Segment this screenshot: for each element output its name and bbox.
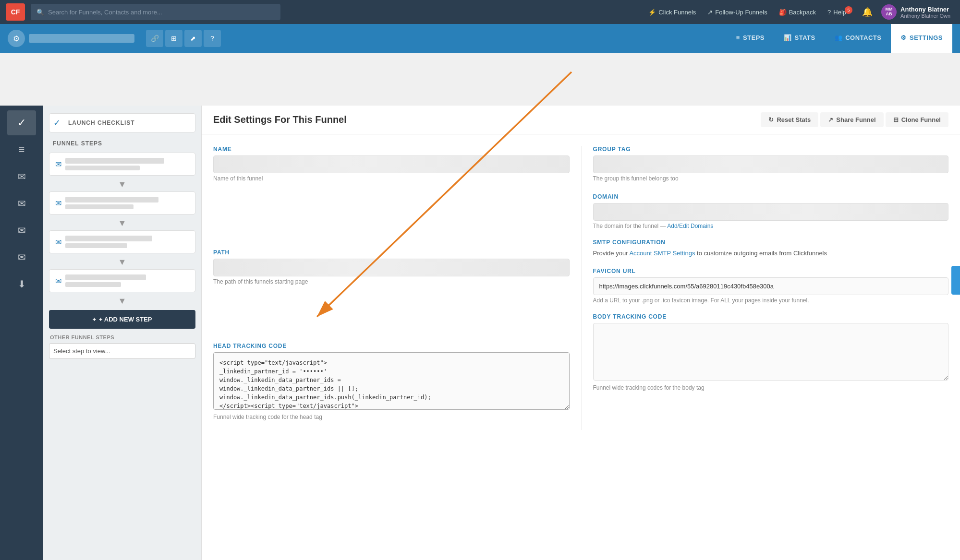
- checklist-icon: ✓: [17, 117, 26, 129]
- group-tag-label: GROUP TAG: [593, 146, 949, 153]
- top-navigation: CF 🔍 Search for Funnels, Contacts and mo…: [0, 0, 960, 24]
- path-hint: The path of this funnels starting page: [213, 278, 570, 285]
- step-arrow-1: ▼: [49, 179, 195, 190]
- search-bar[interactable]: 🔍 Search for Funnels, Contacts and more.…: [31, 4, 280, 20]
- clone-funnel-button[interactable]: ⊟ Clone Funnel: [886, 112, 948, 127]
- other-steps-label: OTHER FUNNEL STEPS: [49, 334, 195, 340]
- user-menu[interactable]: MMAB Anthony Blatner Anthony Blatner Own: [877, 2, 954, 22]
- path-label: PATH: [213, 249, 570, 256]
- step-item-1[interactable]: ✉: [49, 153, 195, 176]
- question-icon: ?: [210, 35, 214, 42]
- main-layout: ✓ ≡ ✉ ✉ ✉ ✉ ⬇ ✓ LAUNCH CHECKLIST FUNNEL …: [0, 106, 960, 560]
- page-title: Edit Settings For This Funnel: [213, 114, 761, 125]
- funnel-steps-title: FUNNEL STEPS: [49, 140, 195, 147]
- sidebar-item-launch-checklist[interactable]: ✓: [7, 110, 36, 135]
- smtp-label: SMTP CONFIGURATION: [593, 239, 949, 246]
- email-icon-2: ✉: [18, 198, 26, 209]
- sidebar-item-funnel-steps[interactable]: ≡: [7, 137, 36, 162]
- launch-checklist-label: LAUNCH CHECKLIST: [64, 119, 135, 126]
- clone-icon: ⊟: [893, 116, 899, 123]
- link-icon: 🔗: [151, 35, 159, 42]
- favicon-label: FAVICON URL: [593, 268, 949, 274]
- form-left-column: NAME Name of this funnel PATH The path o…: [213, 146, 581, 430]
- notification-bell[interactable]: 🔔: [859, 4, 875, 20]
- head-tracking-label: HEAD TRACKING CODE: [213, 343, 570, 349]
- sidebar: ✓ ≡ ✉ ✉ ✉ ✉ ⬇: [0, 106, 43, 560]
- user-info: Anthony Blatner Anthony Blatner Own: [900, 6, 950, 19]
- smtp-group: SMTP CONFIGURATION Provide your Account …: [593, 239, 949, 258]
- step-item-2[interactable]: ✉: [49, 191, 195, 214]
- body-tracking-label: BODY TRACKING CODE: [593, 313, 949, 320]
- step-email-icon-2: ✉: [55, 199, 61, 208]
- sidebar-item-download[interactable]: ⬇: [7, 272, 36, 297]
- smtp-description: Provide your Account SMTP Settings to cu…: [593, 249, 949, 258]
- name-field-group: NAME Name of this funnel: [213, 146, 570, 182]
- add-new-step-button[interactable]: + + ADD NEW STEP: [49, 310, 195, 329]
- open-tool-button[interactable]: ⬈: [184, 30, 202, 47]
- sidebar-item-email-4[interactable]: ✉: [7, 245, 36, 270]
- group-tag-input[interactable]: [593, 155, 949, 173]
- smtp-settings-link[interactable]: Account SMTP Settings: [629, 250, 695, 257]
- body-tracking-hint: Funnel wide tracking codes for the body …: [593, 384, 949, 391]
- step-email-icon-4: ✉: [55, 276, 61, 286]
- path-field-group: PATH The path of this funnels starting p…: [213, 249, 570, 285]
- help-badge: 5: [845, 6, 852, 14]
- logo[interactable]: CF: [6, 3, 25, 21]
- click-funnels-icon: ⚡: [648, 9, 656, 16]
- head-tracking-hint: Funnel wide tracking code for the head t…: [213, 414, 570, 420]
- group-tag-hint: The group this funnel belongs too: [593, 175, 949, 182]
- sidebar-item-email-1[interactable]: ✉: [7, 164, 36, 189]
- help-tool-button[interactable]: ?: [204, 30, 221, 47]
- tab-settings[interactable]: ⚙ SETTINGS: [891, 24, 952, 53]
- sidebar-item-email-2[interactable]: ✉: [7, 191, 36, 216]
- favicon-group: FAVICON URL Add a URL to your .png or .i…: [593, 268, 949, 304]
- plus-icon: +: [93, 316, 97, 323]
- open-icon: ⬈: [190, 35, 196, 42]
- step-email-icon-1: ✉: [55, 160, 61, 169]
- domain-group: DOMAIN domain value here The domain for …: [593, 193, 949, 229]
- copy-tool-button[interactable]: ⊞: [165, 30, 182, 47]
- link-tool-button[interactable]: 🔗: [146, 30, 163, 47]
- right-edge-tab[interactable]: [951, 266, 960, 295]
- funnel-header-bar: ⚙ 🔗 ⊞ ⬈ ? ≡ STEPS 📊 STATS 👥 CONTACTS ⚙: [0, 24, 960, 53]
- gear-icon: ⚙: [13, 34, 20, 43]
- step-arrow-4: ▼: [49, 296, 195, 306]
- steps-list-icon: ≡: [19, 143, 25, 156]
- reset-stats-button[interactable]: ↻ Reset Stats: [761, 112, 818, 127]
- sidebar-item-email-3[interactable]: ✉: [7, 218, 36, 243]
- name-hint: Name of this funnel: [213, 175, 570, 182]
- add-edit-domains-link[interactable]: Add/Edit Domains: [667, 223, 713, 229]
- contacts-icon: 👥: [835, 34, 843, 41]
- steps-icon: ≡: [736, 34, 740, 41]
- domain-select[interactable]: domain value here: [593, 203, 949, 221]
- form-right-column: GROUP TAG The group this funnel belongs …: [581, 146, 949, 430]
- head-tracking-textarea[interactable]: <script type="text/javascript"> _linkedi…: [213, 352, 570, 410]
- name-input[interactable]: [213, 155, 570, 173]
- step-arrow-2: ▼: [49, 218, 195, 228]
- favicon-input[interactable]: [593, 277, 949, 295]
- funnel-name-display: [29, 34, 134, 43]
- path-input[interactable]: [213, 259, 570, 276]
- group-tag-group: GROUP TAG The group this funnel belongs …: [593, 146, 949, 182]
- content-header: Edit Settings For This Funnel ↻ Reset St…: [202, 106, 960, 134]
- funnel-navigation: ≡ STEPS 📊 STATS 👥 CONTACTS ⚙ SETTINGS: [727, 24, 952, 53]
- download-icon: ⬇: [18, 278, 26, 290]
- step-item-3[interactable]: ✉: [49, 230, 195, 253]
- name-label: NAME: [213, 146, 570, 153]
- nav-click-funnels[interactable]: ⚡ Click Funnels: [644, 6, 701, 19]
- email-icon-4: ✉: [18, 251, 26, 263]
- tab-steps[interactable]: ≡ STEPS: [727, 24, 774, 53]
- email-icon-1: ✉: [18, 171, 26, 182]
- nav-links: ⚡ Click Funnels ↗ Follow-Up Funnels 🎒 Ba…: [644, 2, 954, 22]
- backpack-icon: 🎒: [779, 9, 787, 16]
- step-item-4[interactable]: ✉: [49, 269, 195, 292]
- nav-follow-up-funnels[interactable]: ↗ Follow-Up Funnels: [703, 6, 772, 19]
- share-funnel-button[interactable]: ↗ Share Funnel: [820, 112, 883, 127]
- body-tracking-textarea[interactable]: [593, 323, 949, 381]
- nav-help[interactable]: ? Help 5: [823, 6, 857, 19]
- other-steps-select[interactable]: Select step to view...: [49, 343, 195, 359]
- tab-stats[interactable]: 📊 STATS: [774, 24, 825, 53]
- funnel-settings-gear[interactable]: ⚙: [8, 30, 25, 47]
- nav-backpack[interactable]: 🎒 Backpack: [774, 6, 821, 19]
- tab-contacts[interactable]: 👥 CONTACTS: [825, 24, 891, 53]
